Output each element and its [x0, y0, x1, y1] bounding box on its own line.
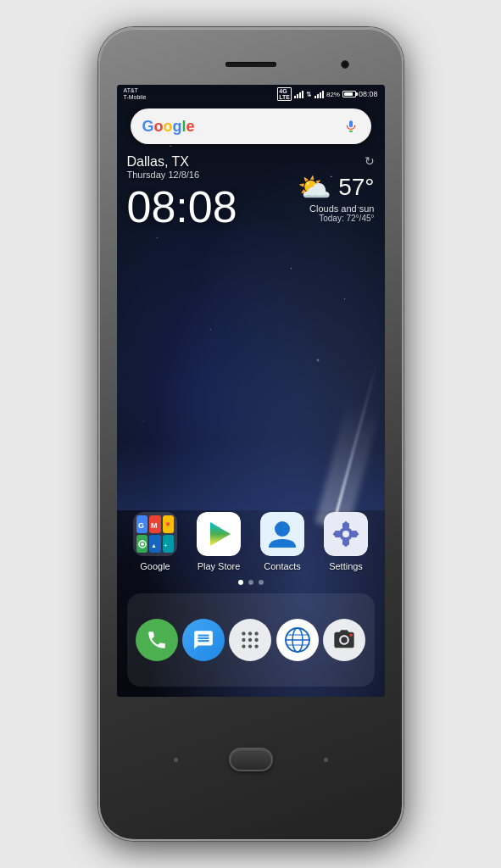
top-bezel — [110, 44, 392, 85]
clock-widget: 08:08 — [127, 185, 237, 229]
google-search-bar[interactable]: G o o g l e — [131, 108, 371, 144]
svg-point-33 — [255, 644, 259, 648]
app-label-google: Google — [140, 561, 170, 571]
front-camera — [341, 60, 349, 69]
weather-date: Thursday 12/8/16 — [127, 170, 237, 180]
clock-status: 08:08 — [359, 90, 378, 98]
svg-text:M: M — [151, 521, 158, 529]
carrier1-label: AT&T — [124, 87, 147, 94]
svg-rect-0 — [349, 120, 353, 127]
g-letter-g2: g — [173, 118, 182, 136]
svg-text:📍: 📍 — [164, 521, 172, 529]
lte-badge: 4GLTE — [277, 87, 292, 101]
weather-icon-area: ⛅ 57° — [298, 171, 374, 203]
play-store-icon[interactable] — [197, 512, 241, 556]
page-dot-1[interactable] — [238, 580, 243, 585]
g-letter-o1: o — [154, 118, 164, 136]
signal-icon-2 — [315, 90, 324, 98]
svg-point-39 — [349, 633, 353, 637]
svg-text:G: G — [138, 521, 144, 529]
mini-gmail-icon: M — [149, 515, 160, 533]
app-label-play-store: Play Store — [198, 561, 241, 571]
mini-extra-icon: + — [163, 535, 174, 553]
g-letter-o2: o — [164, 118, 173, 136]
settings-icon[interactable] — [324, 512, 368, 556]
svg-text:▲: ▲ — [151, 542, 157, 548]
phone-device: AT&T T-Mobile 4GLTE ⇅ — [98, 27, 404, 841]
svg-point-29 — [248, 638, 252, 642]
svg-point-28 — [242, 638, 246, 642]
bottom-dot-right — [324, 758, 328, 762]
dock-apps-drawer[interactable] — [229, 619, 271, 661]
app-label-contacts: Contacts — [264, 561, 300, 571]
weather-range: Today: 72°/45° — [319, 214, 374, 223]
dock-browser[interactable] — [276, 619, 319, 661]
app-dock — [127, 593, 375, 687]
data-icon: ⇅ — [306, 91, 312, 98]
mic-icon[interactable] — [342, 118, 359, 135]
bottom-dot-left — [174, 758, 178, 762]
bottom-bezel — [110, 697, 392, 822]
weather-temperature: 57° — [338, 174, 374, 201]
app-icons-row: G M 📍 ▲ — [117, 512, 385, 571]
mini-maps-icon: 📍 — [163, 515, 174, 533]
svg-point-31 — [242, 644, 246, 648]
app-item-google[interactable]: G M 📍 ▲ — [130, 512, 181, 571]
google-logo: G o o g l e — [142, 118, 195, 136]
svg-point-27 — [255, 632, 259, 635]
g-letter-e: e — [186, 118, 195, 136]
app-item-settings[interactable]: Settings — [320, 512, 371, 571]
carrier-info: AT&T T-Mobile — [124, 87, 147, 102]
signal-icon — [294, 90, 303, 98]
mini-g-icon: G — [136, 515, 148, 533]
weather-condition-icon: ⛅ — [298, 171, 331, 203]
dock-phone[interactable] — [136, 619, 178, 661]
svg-point-13 — [275, 521, 290, 537]
carrier2-label: T-Mobile — [124, 94, 147, 101]
status-bar: AT&T T-Mobile 4GLTE ⇅ — [117, 85, 385, 103]
svg-point-30 — [255, 638, 259, 642]
home-button[interactable] — [229, 748, 273, 771]
contacts-icon[interactable] — [260, 512, 304, 556]
weather-condition: Clouds and sun — [309, 203, 374, 214]
app-item-contacts[interactable]: Contacts — [257, 512, 308, 571]
speaker — [225, 62, 276, 67]
mini-chrome-icon — [136, 535, 148, 553]
refresh-icon: ↻ — [365, 154, 375, 168]
dock-camera[interactable] — [323, 619, 365, 661]
screen: AT&T T-Mobile 4GLTE ⇅ — [117, 85, 385, 697]
weather-left: Dallas, TX Thursday 12/8/16 08:08 — [127, 154, 237, 229]
svg-point-26 — [248, 632, 252, 635]
battery-icon — [342, 91, 356, 97]
dock-messages[interactable] — [182, 619, 225, 661]
svg-point-7 — [141, 542, 144, 546]
status-icons: 4GLTE ⇅ 82% 08 — [277, 87, 377, 101]
g-letter-g: G — [142, 118, 154, 136]
weather-right: ↻ ⛅ 57° Clouds and sun Today: 72°/45° — [298, 154, 374, 223]
app-item-play-store[interactable]: Play Store — [193, 512, 244, 571]
svg-point-16 — [342, 531, 349, 537]
page-dot-3[interactable] — [259, 580, 264, 585]
app-label-settings: Settings — [329, 561, 363, 571]
page-dot-2[interactable] — [248, 580, 253, 585]
svg-point-32 — [248, 644, 252, 648]
svg-text:+: + — [164, 542, 168, 548]
battery-fill — [344, 92, 353, 96]
battery-percent: 82% — [326, 91, 340, 98]
weather-widget: Dallas, TX Thursday 12/8/16 08:08 ↻ ⛅ 57… — [127, 154, 375, 229]
weather-city: Dallas, TX — [127, 154, 237, 170]
mini-drive-icon: ▲ — [149, 535, 160, 553]
svg-point-25 — [242, 632, 246, 635]
google-folder-icon[interactable]: G M 📍 ▲ — [133, 512, 177, 556]
page-dots — [117, 580, 385, 585]
